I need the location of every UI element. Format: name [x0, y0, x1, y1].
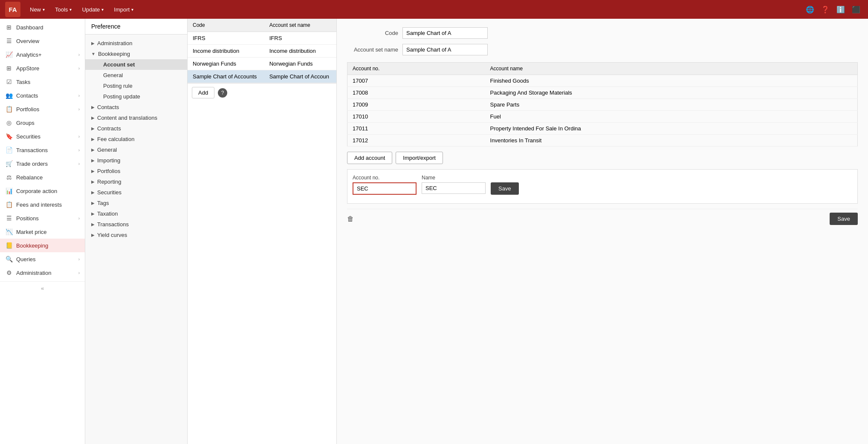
pref-transactions[interactable]: ▶ Transactions: [85, 219, 187, 230]
import-caret: ▾: [131, 7, 133, 12]
form-save-button[interactable]: Save: [491, 182, 519, 195]
sidebar-item-label: Corporate action: [16, 188, 80, 194]
sub-row-name: Packaging And Storage Materials: [485, 87, 858, 99]
pref-taxation[interactable]: ▶ Taxation: [85, 208, 187, 219]
bookkeeping-icon: 📒: [5, 242, 13, 249]
sidebar-item-dashboard[interactable]: ⊞ Dashboard: [0, 20, 85, 34]
sub-table-row[interactable]: 17008 Packaging And Storage Materials: [347, 87, 858, 99]
import-menu[interactable]: Import ▾: [110, 5, 138, 14]
importing-expand-icon: ▶: [91, 158, 95, 163]
sidebar-item-contacts[interactable]: 👥 Contacts ›: [0, 89, 85, 102]
sidebar-item-portfolios[interactable]: 📋 Portfolios ›: [0, 102, 85, 116]
tools-caret: ▾: [69, 7, 72, 12]
pref-contracts[interactable]: ▶ Contracts: [85, 123, 187, 134]
pref-fee-calculation[interactable]: ▶ Fee calculation: [85, 134, 187, 144]
positions-arrow: ›: [78, 216, 80, 221]
sub-table-row[interactable]: 17009 Spare Parts: [347, 99, 858, 111]
account-no-form-input[interactable]: [353, 182, 417, 195]
sub-table-row[interactable]: 17012 Inventories In Transit: [347, 135, 858, 147]
pref-content-translations[interactable]: ▶ Content and translations: [85, 112, 187, 123]
trade-orders-icon: 🛒: [5, 160, 13, 167]
pref-posting-update[interactable]: Posting update: [85, 91, 187, 102]
table-row[interactable]: Norwegian Funds Norwegian Funds: [188, 58, 336, 70]
pref-tags[interactable]: ▶ Tags: [85, 198, 187, 208]
contacts-arrow: ›: [78, 93, 80, 98]
pref-securities[interactable]: ▶ Securities: [85, 187, 187, 198]
reporting-expand-icon: ▶: [91, 179, 95, 184]
sidebar-item-transactions[interactable]: 📄 Transactions ›: [0, 143, 85, 157]
name-field-col: Name: [422, 175, 486, 194]
add-account-set-button[interactable]: Add: [192, 87, 214, 98]
sidebar-item-analytics[interactable]: 📈 Analytics+ ›: [0, 48, 85, 61]
sidebar-item-label: Securities: [16, 133, 75, 140]
tasks-icon: ☑: [5, 78, 13, 86]
name-form-input[interactable]: [422, 182, 486, 194]
code-label: Code: [347, 30, 398, 36]
dashboard-icon: ⊞: [5, 23, 13, 31]
taxation-expand-icon: ▶: [91, 211, 95, 216]
rebalance-icon: ⚖: [5, 173, 13, 181]
sidebar-item-rebalance[interactable]: ⚖ Rebalance: [0, 170, 85, 184]
table-row-selected[interactable]: Sample Chart of Accounts Sample Chart of…: [188, 70, 336, 83]
row-code: IFRS: [188, 32, 264, 45]
update-menu[interactable]: Update ▾: [78, 5, 108, 14]
sub-table-row[interactable]: 17007 Finished Goods: [347, 75, 858, 87]
sidebar-item-label: Dashboard: [16, 24, 80, 31]
pref-account-set[interactable]: Account set: [85, 59, 187, 70]
tags-expand-icon: ▶: [91, 201, 95, 205]
sub-table-row[interactable]: 17010 Fuel: [347, 111, 858, 123]
account-set-name-field-row: Account set name: [347, 44, 858, 55]
globe-icon-btn[interactable]: 🌐: [803, 3, 817, 16]
transactions-icon: 📄: [5, 146, 13, 154]
sub-row-no: 17009: [347, 99, 485, 111]
pref-general[interactable]: General: [85, 70, 187, 81]
sidebar-item-corporate-action[interactable]: 📊 Corporate action: [0, 184, 85, 198]
pref-posting-rule[interactable]: Posting rule: [85, 81, 187, 91]
save-button[interactable]: Save: [830, 213, 858, 225]
administration-icon: ⚙: [5, 269, 13, 277]
add-account-button[interactable]: Add account: [347, 152, 392, 164]
import-export-button[interactable]: Import/export: [396, 152, 443, 164]
sidebar-item-bookkeeping[interactable]: 📒 Bookkeeping: [0, 239, 85, 252]
securities-expand-icon: ▶: [91, 190, 95, 195]
sidebar-item-market-price[interactable]: 📉 Market price: [0, 225, 85, 239]
sidebar-item-groups[interactable]: ◎ Groups: [0, 116, 85, 130]
new-menu[interactable]: New ▾: [26, 5, 49, 14]
info-icon-btn[interactable]: ℹ️: [834, 3, 848, 16]
help-circle-icon[interactable]: ?: [218, 88, 227, 98]
transactions-expand-icon: ▶: [91, 222, 95, 227]
pref-yield-curves[interactable]: ▶ Yield curves: [85, 230, 187, 240]
sidebar-item-label: Queries: [16, 256, 75, 262]
sidebar-item-securities[interactable]: 🔖 Securities ›: [0, 130, 85, 143]
sidebar-item-tasks[interactable]: ☑ Tasks: [0, 75, 85, 89]
sidebar-item-queries[interactable]: 🔍 Queries ›: [0, 252, 85, 266]
sidebar-item-positions[interactable]: ☰ Positions ›: [0, 211, 85, 225]
pref-portfolios[interactable]: ▶ Portfolios: [85, 166, 187, 176]
app-logo: FA: [5, 2, 20, 17]
sidebar-collapse-button[interactable]: «: [0, 281, 85, 295]
delete-icon[interactable]: 🗑: [347, 215, 830, 223]
sidebar-item-fees-interests[interactable]: 📋 Fees and interests: [0, 198, 85, 211]
sidebar-item-label: Fees and interests: [16, 202, 80, 208]
code-input[interactable]: [402, 27, 488, 39]
pref-contacts[interactable]: ▶ Contacts: [85, 102, 187, 112]
account-set-name-input[interactable]: [402, 44, 488, 55]
sidebar-item-label: Positions: [16, 215, 75, 222]
sub-table-row[interactable]: 17011 Property Intended For Sale In Ordi…: [347, 123, 858, 135]
pref-reporting[interactable]: ▶ Reporting: [85, 176, 187, 187]
table-row[interactable]: Income distribution Income distribution: [188, 45, 336, 58]
help-icon-btn[interactable]: ❓: [819, 3, 832, 16]
tools-menu[interactable]: Tools ▾: [51, 5, 76, 14]
pref-importing[interactable]: ▶ Importing: [85, 155, 187, 166]
pref-bookkeeping[interactable]: ▼ Bookkeeping: [85, 49, 187, 59]
table-row[interactable]: IFRS IFRS: [188, 32, 336, 45]
sidebar-item-overview[interactable]: ☰ Overview: [0, 34, 85, 48]
trade-orders-arrow: ›: [78, 161, 80, 166]
sub-row-name: Fuel: [485, 111, 858, 123]
pref-administration[interactable]: ▶ Administration: [85, 38, 187, 49]
sidebar-item-appstore[interactable]: ⊞ AppStore ›: [0, 61, 85, 75]
exit-icon-btn[interactable]: ⬛: [849, 3, 863, 16]
sidebar-item-trade-orders[interactable]: 🛒 Trade orders ›: [0, 157, 85, 170]
pref-general2[interactable]: ▶ General: [85, 144, 187, 155]
sidebar-item-administration[interactable]: ⚙ Administration ›: [0, 266, 85, 280]
